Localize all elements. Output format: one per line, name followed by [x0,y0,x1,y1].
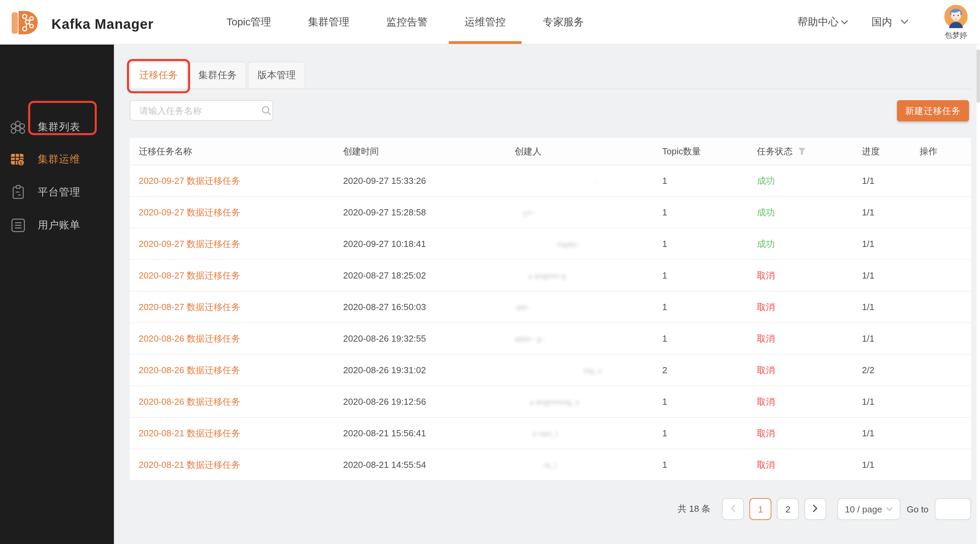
chevron-right-icon [813,504,818,514]
status-text: 成功 [757,175,775,186]
created-time-cell: 2020-09-27 10:18:41 [343,239,515,249]
svg-text:$: $ [19,160,23,165]
task-search-box [130,100,273,121]
create-migration-task-button[interactable]: 新建迁移任务 [897,100,969,121]
table-row: 2020-08-26 数据迁移任务 2020-08-26 19:12:56 y … [130,386,971,418]
created-time-cell: 2020-08-27 18:25:02 [343,270,515,281]
topic-count-cell: 1 [662,397,757,407]
brand: Kafka Manager [10,8,154,40]
task-name-link[interactable]: 2020-08-26 数据迁移任务 [138,396,240,406]
task-name-link[interactable]: 2020-09-27 数据迁移任务 [138,238,240,249]
nav-expert-service[interactable]: 专家服务 [524,0,603,44]
creator-cell: s ram_l [515,428,662,438]
page-size-select[interactable]: 10 / page [837,498,900,520]
nav-monitor-alert[interactable]: 监控告警 [368,0,446,44]
nav-topic-management[interactable]: Topic管理 [208,0,290,44]
progress-cell: 1/1 [862,239,920,249]
header-right: 帮助中心 国内 [797,0,968,44]
status-text: 取消 [757,365,775,375]
creator-cell: abisl~ g~ [515,333,662,344]
app-root: Kafka Manager Topic管理 集群管理 监控告警 运维管控 专家服… [0,0,980,544]
table-row: 2020-09-27 数据迁移任务 2020-09-27 15:28:58 g4… [130,197,971,228]
goto-page-input[interactable] [935,498,971,520]
table-row: 2020-08-27 数据迁移任务 2020-08-27 16:50:03 sh… [130,292,971,323]
next-page-button[interactable] [804,498,826,520]
region-select[interactable]: 国内 [872,16,908,29]
top-nav: Topic管理 集群管理 监控告警 运维管控 专家服务 [208,0,603,44]
created-time-cell: 2020-08-27 16:50:03 [343,302,515,312]
task-name-link[interactable]: 2020-09-27 数据迁移任务 [138,175,240,186]
pagination: 共 18 条 1 2 10 / page Go to [130,498,971,520]
chevron-down-icon [841,19,848,24]
table-row: 2020-08-21 数据迁移任务 2020-08-21 15:56:41 s … [130,418,971,449]
sidebar-item-label: 集群列表 [38,121,80,133]
created-time-cell: 2020-08-21 14:55:54 [343,460,515,470]
task-name-link[interactable]: 2020-09-27 数据迁移任务 [138,207,240,217]
sidebar-item-label: 用户账单 [38,219,80,232]
progress-cell: 1/1 [862,333,920,344]
search-input[interactable] [138,105,261,116]
prev-page-button[interactable] [722,498,744,520]
created-time-cell: 2020-09-27 15:33:26 [343,176,515,186]
creator-cell: ra_l [515,460,662,470]
topic-count-cell: 1 [662,302,757,312]
clipboard-icon [10,184,25,200]
user-name: 包梦婷 [945,32,967,39]
created-time-cell: 2020-08-26 19:32:55 [343,333,515,344]
filter-funnel-icon[interactable] [798,147,806,155]
status-text: 取消 [757,333,775,343]
kafka-manager-logo-icon [10,8,38,40]
total-count: 共 18 条 [678,503,710,515]
task-name-link[interactable]: 2020-08-27 数据迁移任务 [138,270,240,280]
topic-count-cell: 1 [662,428,757,438]
app-title: Kafka Manager [51,16,154,32]
col-task-status: 任务状态 [757,145,862,157]
task-name-link[interactable]: 2020-08-21 数据迁移任务 [138,459,240,469]
region-label: 国内 [872,16,892,29]
progress-cell: 1/1 [862,397,920,407]
creator-redacted-text: g4~ [523,209,536,217]
status-text: 成功 [757,238,775,249]
tab-version-management[interactable]: 版本管理 [248,62,305,88]
creator-cell: y angmm g [515,270,662,281]
page-button-1[interactable]: 1 [749,498,772,520]
status-text: 取消 [757,270,775,280]
sidebar-item-label: 平台管理 [38,186,80,198]
col-task-name: 迁移任务名称 [138,145,343,157]
topic-count-cell: 1 [662,460,757,470]
creator-cell: mg4s~ [515,239,662,249]
scrollbar-track[interactable] [977,44,980,544]
progress-cell: 1/1 [862,428,920,438]
task-name-link[interactable]: 2020-08-27 数据迁移任务 [138,301,240,312]
user-menu[interactable]: 包梦婷 [944,5,968,39]
scrollbar-thumb[interactable] [977,49,980,103]
sidebar-item-cluster-ops[interactable]: $ 集群运维 [0,146,114,173]
main-content: 迁移任务 集群任务 版本管理 新建迁移任务 迁移任务名称 创建时间 创建人 To… [114,44,980,544]
help-center-menu[interactable]: 帮助中心 [797,16,848,29]
col-creator: 创建人 [515,145,662,157]
creator-redacted-text: y angmmmg_v [530,398,579,406]
chevron-left-icon [730,504,736,514]
task-name-link[interactable]: 2020-08-26 数据迁移任务 [138,333,240,343]
sidebar-item-platform-management[interactable]: 平台管理 [0,178,114,206]
page-button-2[interactable]: 2 [777,498,799,520]
tab-cluster-tasks[interactable]: 集群任务 [189,62,247,88]
creator-redacted-text: abisl~ g~ [515,335,545,343]
progress-cell: 1/1 [862,270,920,281]
sidebar-item-label: 集群运维 [38,153,80,166]
task-name-link[interactable]: 2020-08-26 数据迁移任务 [138,365,240,375]
creator-redacted-text: mg_v [583,366,602,374]
tab-bar: 迁移任务 集群任务 版本管理 [130,62,971,89]
nav-ops-control[interactable]: 运维管控 [446,0,524,44]
nav-cluster-management[interactable]: 集群管理 [290,0,368,44]
task-name-link[interactable]: 2020-08-21 数据迁移任务 [138,428,240,438]
created-time-cell: 2020-08-26 19:31:02 [343,365,515,375]
sidebar-item-user-billing[interactable]: 用户账单 [0,211,114,239]
goto-label: Go to [907,504,929,514]
col-topic-count: Topic数量 [662,145,757,157]
sidebar-item-cluster-list[interactable]: 集群列表 [0,113,114,141]
creator-cell: ~ [515,176,662,186]
status-text: 取消 [757,428,775,438]
tab-migration-tasks[interactable]: 迁移任务 [130,62,187,89]
progress-cell: 1/1 [862,460,920,470]
